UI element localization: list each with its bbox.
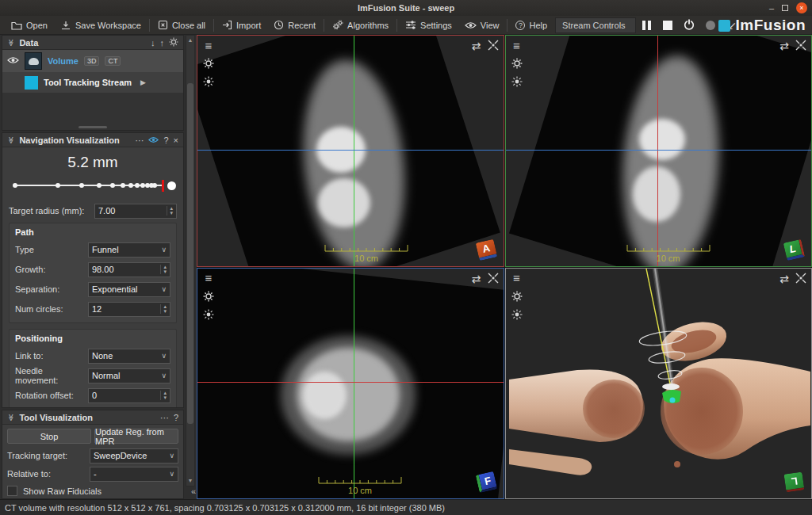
maximize-view-icon[interactable] [795, 273, 806, 285]
move-down-icon[interactable]: ↓ [151, 39, 155, 47]
panel-help-icon[interactable]: ? [163, 136, 168, 144]
brightness-icon[interactable] [511, 76, 523, 87]
update-reg-button[interactable]: Update Reg. from MPR [94, 429, 178, 444]
spinner-arrows-icon[interactable]: ▴▾ [160, 391, 167, 400]
swap-view-icon[interactable]: ⇄ [472, 273, 481, 285]
stream-thumbnail[interactable] [25, 76, 38, 90]
scroll-up-icon[interactable]: ▲ [186, 36, 194, 45]
relative-to-dropdown[interactable]: - ∨ [90, 467, 178, 482]
viewport-menu-icon[interactable]: ≡ [511, 40, 523, 51]
maximize-view-icon[interactable] [795, 40, 806, 52]
crosshair-vertical-green[interactable] [354, 269, 354, 499]
recent-button[interactable]: Recent [267, 17, 322, 34]
volume-label[interactable]: Volume [48, 56, 79, 66]
power-button[interactable] [679, 17, 700, 33]
orientation-cube-feet[interactable]: F [475, 471, 497, 494]
spinner-arrows-icon[interactable]: ▴▾ [160, 304, 167, 314]
needle-movement-dropdown[interactable]: Normal ∨ [88, 368, 170, 383]
type-dropdown[interactable]: Funnel ∨ [88, 242, 170, 258]
algorithms-button[interactable]: Algorithms [326, 17, 395, 34]
brightness-icon[interactable] [511, 309, 523, 320]
checkbox-unchecked-icon[interactable] [7, 486, 17, 496]
crosshair-horizontal-blue[interactable] [197, 150, 504, 151]
nav-panel-header[interactable]: ≫ Navigation Visualization ⋯ ? × [2, 133, 183, 147]
help-button[interactable]: ? Help [509, 17, 553, 34]
play-icon[interactable]: ▶ [140, 78, 146, 86]
panel-close-icon[interactable]: × [174, 136, 178, 144]
close-all-button[interactable]: Close all [151, 17, 212, 34]
view-button[interactable]: View [458, 17, 506, 34]
viewport-3d[interactable]: ≡ ⇄ L [505, 268, 812, 500]
import-button[interactable]: Import [216, 17, 267, 34]
panel-resize-grip[interactable] [79, 126, 107, 128]
viewport-gear-icon[interactable] [511, 291, 523, 302]
viewport-axial[interactable]: ≡ ⇄ 10 cm F [197, 268, 504, 500]
viewport-menu-icon[interactable]: ≡ [202, 40, 215, 51]
num-circles-spinbox[interactable]: 12 ▴▾ [88, 302, 170, 317]
swap-view-icon[interactable]: ⇄ [472, 40, 481, 52]
stream-label[interactable]: Tool Tracking Stream [44, 78, 132, 87]
crosshair-vertical-red[interactable] [657, 36, 658, 266]
maximize-button[interactable] [782, 5, 788, 11]
orientation-cube-left[interactable]: L [783, 238, 806, 261]
orientation-cube-3d[interactable]: L [784, 472, 805, 493]
pause-button[interactable] [636, 17, 657, 33]
panel-menu-icon[interactable]: ⋯ [160, 414, 169, 422]
orientation-cube-anterior[interactable]: A [475, 238, 497, 261]
viewport-gear-icon[interactable] [202, 291, 215, 302]
data-panel-header[interactable]: ≫ Data ↓ ↑ [2, 36, 183, 50]
trajectory-slider[interactable] [9, 179, 177, 192]
panel-help-icon[interactable]: ? [174, 414, 178, 422]
growth-spinbox[interactable]: 98.00 ▴▾ [88, 262, 170, 277]
crosshair-vertical-green[interactable] [354, 36, 354, 266]
minimize-button[interactable]: – [769, 4, 774, 12]
stop-stream-button[interactable] [657, 17, 679, 33]
stop-button[interactable]: Stop [7, 429, 91, 444]
swap-view-icon[interactable]: ⇄ [779, 40, 789, 52]
spinner-arrows-icon[interactable]: ▴▾ [160, 265, 167, 274]
swap-view-icon[interactable]: ⇄ [779, 273, 789, 285]
data-settings-gear-icon[interactable] [169, 37, 178, 48]
viewport-menu-icon[interactable]: ≡ [202, 273, 215, 284]
3d-knee-rendering[interactable] [506, 269, 812, 499]
separation-dropdown[interactable]: Exponential ∨ [88, 282, 170, 297]
panel-visibility-icon[interactable] [148, 136, 159, 143]
open-button[interactable]: Open [5, 17, 54, 34]
brightness-icon[interactable] [202, 309, 215, 320]
brightness-icon[interactable] [202, 76, 215, 87]
close-button[interactable]: × [796, 2, 807, 13]
volume-thumbnail[interactable] [25, 52, 42, 70]
panel-menu-icon[interactable]: ⋯ [135, 136, 144, 144]
save-workspace-button[interactable]: Save Workspace [54, 17, 147, 34]
scrollbar-thumb[interactable] [187, 83, 193, 424]
collapse-chevron-icon[interactable]: ≫ [7, 39, 15, 46]
viewport-gear-icon[interactable] [202, 58, 215, 69]
sidebar-scrollbar[interactable]: ▲ ▼ [186, 35, 195, 486]
rotation-offset-spinbox[interactable]: 0 ▴▾ [88, 388, 170, 403]
tool-panel-header[interactable]: ≫ Tool Visualization ⋯ ? [2, 410, 183, 425]
scroll-down-icon[interactable]: ▼ [186, 476, 194, 486]
sidebar-collapse-icon[interactable]: « [191, 486, 196, 496]
move-up-icon[interactable]: ↑ [160, 39, 165, 47]
viewport-coronal[interactable]: ≡ ⇄ 10 cm A [197, 35, 504, 267]
data-item-stream[interactable]: Tool Tracking Stream ▶ [2, 72, 183, 93]
viewport-gear-icon[interactable] [511, 58, 523, 69]
data-item-volume[interactable]: Volume 3D CT [2, 50, 183, 72]
settings-button[interactable]: Settings [399, 17, 458, 34]
checkbox-show-raw-fiducials[interactable]: Show Raw Fiducials [7, 484, 178, 498]
viewport-sagittal[interactable]: ≡ ⇄ 10 cm L [505, 35, 812, 267]
viewport-menu-icon[interactable]: ≡ [511, 273, 523, 284]
collapse-chevron-icon[interactable]: ≫ [7, 414, 15, 421]
target-radius-spinbox[interactable]: 7.00 ▴▾ [94, 204, 177, 219]
collapse-chevron-icon[interactable]: ≫ [7, 136, 15, 143]
spinner-arrows-icon[interactable]: ▴▾ [167, 206, 173, 216]
crosshair-horizontal-red[interactable] [197, 382, 504, 383]
crosshair-horizontal-blue[interactable] [506, 150, 812, 151]
link-to-dropdown[interactable]: None ∨ [88, 349, 170, 364]
slider-target-marker[interactable] [162, 180, 164, 192]
slider-knob[interactable] [167, 181, 176, 190]
maximize-view-icon[interactable] [488, 40, 499, 52]
tracking-target-dropdown[interactable]: SweepDevice ∨ [90, 448, 178, 464]
visibility-eye-icon[interactable] [7, 56, 19, 66]
maximize-view-icon[interactable] [488, 273, 499, 285]
